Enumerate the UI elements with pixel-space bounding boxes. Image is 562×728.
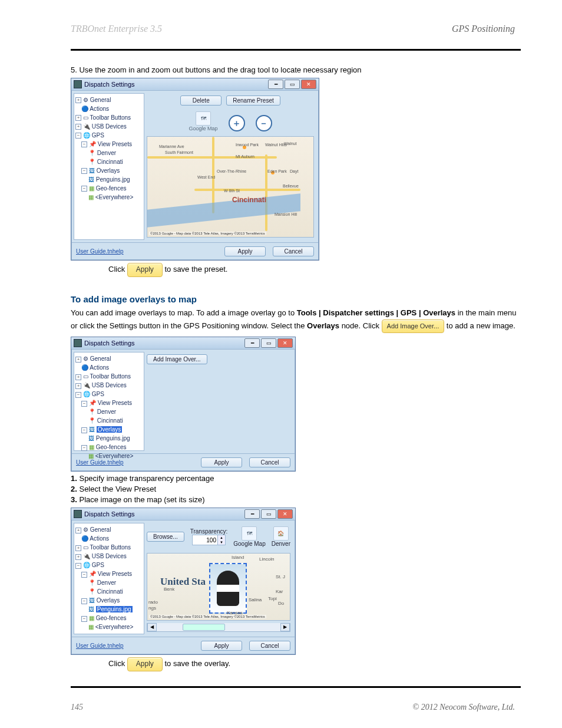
tree-geofences[interactable]: Geo-fences [96,185,127,192]
map-label: Walnut [284,141,297,146]
tree-gps[interactable]: GPS [92,132,104,139]
tree-toolbar-buttons[interactable]: Toolbar Buttons [90,544,131,551]
maximize-icon[interactable]: ▭ [261,338,276,348]
tree-everywhere[interactable]: <Everywhere> [95,624,133,630]
add-image-over-button[interactable]: Add Image Over... [147,354,207,364]
app-icon [74,510,82,518]
preset-denver-selector[interactable]: 🏠Denver [272,526,290,547]
titlebar[interactable]: Dispatch Settings ━ ▭ ✕ [71,78,319,91]
scroll-thumb[interactable] [183,624,225,631]
map-label: Eden Park [267,169,287,173]
m: Do [278,601,284,606]
map-label: Inwood Park [236,143,259,147]
window-title: Dispatch Settings [84,510,244,518]
map-city-label: Cincinnati [232,196,266,204]
tree-cincinnati[interactable]: Cincinnati [97,417,123,424]
close-icon[interactable]: ✕ [301,80,316,89]
tree-view-presets[interactable]: View Presets [98,141,132,147]
add-image-button-inline[interactable]: Add Image Over... [382,319,445,334]
user-guide-link[interactable]: User Guide.tnhelp [76,643,124,649]
tree-actions[interactable]: Actions [90,364,109,371]
transparency-stepper[interactable]: ▲▼ [192,535,226,545]
tree-gps[interactable]: GPS [92,391,104,397]
tree-view-presets[interactable]: View Presets [98,571,132,577]
tree-actions[interactable]: Actions [90,106,109,112]
google-map-selector[interactable]: 🗺Google Map [189,111,217,131]
delete-button[interactable]: Delete [180,95,222,106]
tree-general[interactable]: General [90,355,111,362]
tree-denver[interactable]: Denver [97,150,116,156]
scroll-left-icon[interactable]: ◀ [147,623,157,631]
tree-overlays[interactable]: Overlays [97,597,120,604]
tree-cincinnati[interactable]: Cincinnati [97,159,123,165]
overlay-map-preview[interactable]: United Sta Island Lincoln St. J Kar Sali… [147,553,290,621]
horizontal-scrollbar[interactable]: ◀ ▶ [147,623,290,632]
close-icon[interactable]: ✕ [277,509,293,519]
dispatch-settings-window-3: Dispatch Settings ━ ▭ ✕ +⚙ General 🔵 Act… [71,508,296,655]
minimize-icon[interactable]: ━ [244,509,260,519]
scroll-right-icon[interactable]: ▶ [280,623,290,631]
minimize-icon[interactable]: ━ [268,80,283,89]
apply-button[interactable]: Apply [201,641,242,651]
tree-everywhere[interactable]: <Everywhere> [95,453,133,459]
tree-cincinnati[interactable]: Cincinnati [97,588,123,595]
tree-penguins[interactable]: Penguins.jpg [96,435,130,442]
apply-button-inline[interactable]: Apply [127,263,163,277]
tree-view-presets[interactable]: View Presets [98,400,132,406]
window-title: Dispatch Settings [84,81,268,88]
overlay-image-handle[interactable] [209,563,247,614]
zoom-in-icon[interactable]: ＋ [229,115,245,131]
m: Salina [249,597,262,602]
transparency-input[interactable] [193,536,217,544]
tree-denver[interactable]: Denver [97,579,116,586]
maximize-icon[interactable]: ▭ [285,80,300,89]
tree-general[interactable]: General [90,97,111,103]
maximize-icon[interactable]: ▭ [261,509,276,519]
cancel-button[interactable]: Cancel [249,641,290,651]
tree-geofences[interactable]: Geo-fences [96,444,127,450]
tree-general[interactable]: General [90,526,111,533]
tree-usb-devices[interactable]: USB Devices [92,553,127,559]
tree-penguins[interactable]: Penguins.jpg [96,176,130,183]
apply-button[interactable]: Apply [201,457,242,467]
cancel-button[interactable]: Cancel [249,457,290,467]
tree-actions[interactable]: Actions [90,535,109,542]
tree-denver[interactable]: Denver [97,409,116,415]
minimize-icon[interactable]: ━ [244,338,260,348]
tree-overlays[interactable]: Overlays [97,167,120,174]
rename-preset-button[interactable]: Rename Preset [226,95,280,106]
spin-up-icon[interactable]: ▲ [218,535,225,540]
browse-button[interactable]: Browse... [147,532,184,542]
close-icon[interactable]: ✕ [277,338,293,348]
tree-usb-devices[interactable]: USB Devices [92,382,127,388]
tree-everywhere[interactable]: <Everywhere> [95,194,133,200]
tree-overlays-selected[interactable]: Overlays [97,426,122,433]
apply-button-inline[interactable]: Apply [127,657,163,671]
tree-penguins-selected[interactable]: Penguins.jpg [96,606,133,612]
denver-label: Denver [272,541,290,547]
tree-gps[interactable]: GPS [92,562,104,568]
m: Topi [268,596,277,601]
settings-tree[interactable]: +⚙ General 🔵 Actions +▭ Toolbar Buttons … [74,93,144,240]
m: rado [148,599,158,605]
map-label: Over-The-Rhine [217,169,246,173]
dispatch-settings-window-1: Dispatch Settings ━ ▭ ✕ +⚙ General 🔵 Act… [71,78,319,261]
t: You can add image overlays to map. To ad… [71,308,297,317]
titlebar[interactable]: Dispatch Settings ━ ▭ ✕ [71,337,295,350]
tree-geofences[interactable]: Geo-fences [96,615,127,621]
user-guide-link[interactable]: User Guide.tnhelp [76,248,124,255]
header-right: GPS Positioning [452,24,515,34]
spin-down-icon[interactable]: ▼ [218,540,225,545]
tree-toolbar-buttons[interactable]: Toolbar Buttons [90,114,131,121]
settings-tree[interactable]: +⚙ General 🔵 Actions +▭ Toolbar Buttons … [74,352,144,451]
map-preview[interactable]: Cincinnati Marianne Ave South Fairmont I… [147,136,314,238]
settings-tree[interactable]: +⚙ General 🔵 Actions +▭ Toolbar Buttons … [74,523,144,634]
zoom-out-icon[interactable]: － [256,115,272,131]
cancel-button[interactable]: Cancel [273,246,314,256]
apply-button[interactable]: Apply [224,246,266,256]
google-map-selector[interactable]: 🗺Google Map [233,526,265,547]
tree-toolbar-buttons[interactable]: Toolbar Buttons [90,373,131,380]
titlebar[interactable]: Dispatch Settings ━ ▭ ✕ [71,508,295,521]
app-icon [74,80,82,88]
tree-usb-devices[interactable]: USB Devices [92,123,127,130]
